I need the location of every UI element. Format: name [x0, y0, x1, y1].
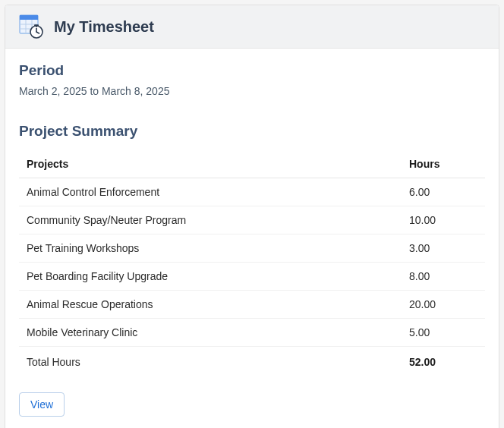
actions-row: View	[19, 392, 485, 417]
table-row: Animal Control Enforcement6.00	[19, 178, 485, 206]
project-cell: Animal Control Enforcement	[19, 178, 402, 206]
hours-cell: 6.00	[402, 178, 485, 206]
svg-rect-1	[20, 15, 38, 20]
project-cell: Animal Rescue Operations	[19, 291, 402, 319]
table-row: Animal Rescue Operations20.00	[19, 291, 485, 319]
table-row: Pet Training Workshops3.00	[19, 234, 485, 263]
project-cell: Community Spay/Neuter Program	[19, 206, 402, 234]
col-hours: Hours	[402, 150, 485, 178]
hours-cell: 8.00	[402, 263, 485, 291]
project-cell: Mobile Veterinary Clinic	[19, 319, 402, 347]
table-row: Pet Boarding Facility Upgrade8.00	[19, 263, 485, 291]
view-button[interactable]: View	[19, 392, 65, 417]
timesheet-icon	[19, 14, 43, 39]
table-row: Mobile Veterinary Clinic5.00	[19, 319, 485, 347]
project-cell: Pet Training Workshops	[19, 234, 402, 263]
hours-cell: 3.00	[402, 234, 485, 263]
hours-cell: 20.00	[402, 291, 485, 319]
card-body: Period March 2, 2025 to March 8, 2025 Pr…	[5, 49, 499, 428]
hours-cell: 10.00	[402, 206, 485, 234]
total-row: Total Hours52.00	[19, 347, 485, 378]
timesheet-card: My Timesheet Period March 2, 2025 to Mar…	[5, 5, 499, 428]
col-projects: Projects	[19, 150, 402, 178]
hours-cell: 5.00	[402, 319, 485, 347]
period-range: March 2, 2025 to March 8, 2025	[19, 85, 485, 97]
period-label: Period	[19, 62, 485, 79]
page-title: My Timesheet	[54, 18, 154, 36]
total-label: Total Hours	[19, 347, 402, 378]
table-row: Community Spay/Neuter Program10.00	[19, 206, 485, 234]
total-hours: 52.00	[402, 347, 485, 378]
project-summary-table: Projects Hours Animal Control Enforcemen…	[19, 150, 485, 377]
project-cell: Pet Boarding Facility Upgrade	[19, 263, 402, 291]
card-header: My Timesheet	[5, 5, 499, 49]
project-summary-title: Project Summary	[19, 123, 485, 140]
